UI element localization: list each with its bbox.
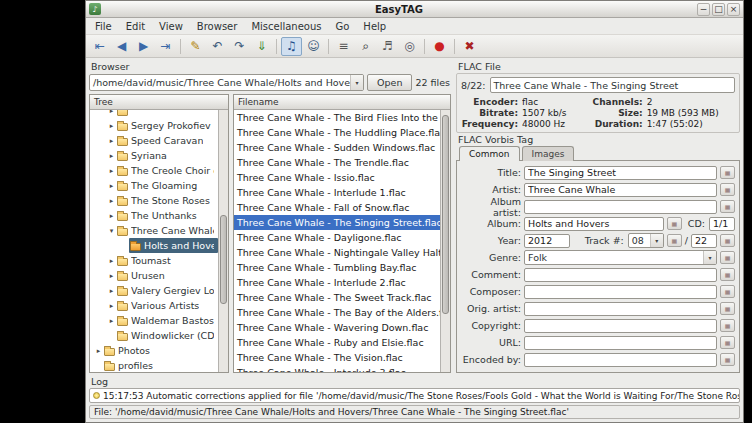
apply-to-files-icon[interactable]: ▦ (667, 234, 682, 247)
tree-item[interactable]: profiles (90, 358, 218, 372)
expand-icon[interactable]: ▸ (107, 272, 116, 280)
chevron-down-icon[interactable]: ▾ (703, 251, 716, 264)
genre-combobox[interactable]: Folk ▾ (524, 250, 717, 265)
file-list-item[interactable]: Three Cane Whale - Nightingale Valley Ha… (234, 245, 440, 260)
file-list-item[interactable]: Three Cane Whale - Issio.flac (234, 170, 440, 185)
tree-item[interactable]: ▸The Creole Choir of Cuba (90, 163, 218, 178)
tree-item[interactable]: ▸The Unthanks (90, 208, 218, 223)
menu-view[interactable]: View (152, 20, 190, 33)
minimize-button[interactable]: − (697, 3, 710, 16)
encoded-by-input[interactable] (524, 353, 717, 367)
url-input[interactable] (524, 336, 717, 350)
filename-column-header[interactable]: Filename (234, 95, 450, 110)
tree-item[interactable]: Holts and Hovers (90, 238, 218, 253)
file-list-item[interactable]: Three Cane Whale - The Bay of the Alders… (234, 305, 440, 320)
expand-icon[interactable]: ▸ (107, 152, 116, 160)
expand-icon[interactable]: ▸ (107, 287, 116, 295)
file-list-item[interactable]: Three Cane Whale - Fall of Snow.flac (234, 200, 440, 215)
file-list-item[interactable]: Three Cane Whale - Tumbling Bay.flac (234, 260, 440, 275)
save-files-button[interactable]: ⇓ (251, 37, 272, 56)
scrollbar-thumb[interactable] (442, 115, 449, 314)
apply-to-files-icon[interactable]: ▦ (720, 285, 735, 298)
file-list-item[interactable]: Three Cane Whale - The Singing Street.fl… (234, 215, 440, 230)
tree-item[interactable]: ▸Urusen (90, 268, 218, 283)
copyright-input[interactable] (524, 319, 717, 333)
filename-entry[interactable]: Three Cane Whale - The Singing Street (490, 77, 735, 93)
titlebar[interactable]: ♪ EasyTAG − □ × (86, 1, 743, 18)
scan-files-button[interactable]: ✎ (185, 37, 206, 56)
menu-browser[interactable]: Browser (190, 20, 245, 33)
tree-scrollbar[interactable] (218, 110, 228, 372)
apply-to-files-icon[interactable]: ▦ (720, 302, 735, 315)
undo-button[interactable]: ↶ (207, 37, 228, 56)
playlist-button[interactable]: ♬ (377, 37, 398, 56)
apply-to-files-icon[interactable]: ▦ (720, 353, 735, 366)
artist-input[interactable] (524, 183, 717, 197)
tab-images[interactable]: Images (522, 146, 575, 161)
tree-item[interactable]: ▸Sergey Prokofiev (90, 118, 218, 133)
expand-icon[interactable]: ▸ (107, 212, 116, 220)
menu-go[interactable]: Go (328, 20, 356, 33)
scrollbar-thumb[interactable] (220, 215, 227, 304)
maximize-button[interactable]: □ (712, 3, 725, 16)
collapse-icon[interactable]: ▾ (107, 227, 116, 235)
tree-item[interactable]: ▸Speed Caravan (90, 133, 218, 148)
artist-album-view-toggle[interactable]: ☺ (303, 37, 324, 56)
go-next-button[interactable]: ▶ (133, 37, 154, 56)
go-previous-button[interactable]: ◀ (111, 37, 132, 56)
expand-icon[interactable]: ▸ (107, 137, 116, 145)
log-toggle-button[interactable]: ≡ (333, 37, 354, 56)
apply-to-files-icon[interactable]: ▦ (720, 251, 735, 264)
file-list-item[interactable]: Three Cane Whale - Interlude 1.flac (234, 185, 440, 200)
file-list-item[interactable]: Three Cane Whale - The Vision.flac (234, 350, 440, 365)
title-input[interactable] (524, 166, 717, 180)
apply-to-files-icon[interactable]: ▦ (720, 319, 735, 332)
file-view-toggle[interactable]: ♫ (281, 37, 302, 56)
menu-edit[interactable]: Edit (119, 20, 152, 33)
file-list-item[interactable]: Three Cane Whale - Ruby and Elsie.flac (234, 335, 440, 350)
expand-icon[interactable]: ▸ (94, 347, 103, 355)
tree-item[interactable]: ▸The Stone Roses (90, 193, 218, 208)
expand-icon[interactable]: ▸ (107, 197, 116, 205)
redo-button[interactable]: ↷ (229, 37, 250, 56)
chevron-down-icon[interactable]: ▾ (650, 234, 663, 247)
apply-to-files-icon[interactable]: ▦ (720, 166, 735, 179)
cd-input[interactable] (709, 217, 735, 231)
composer-input[interactable] (524, 285, 717, 299)
album-artist-input[interactable] (524, 200, 717, 214)
file-list-item[interactable]: Three Cane Whale - Sudden Windows.flac (234, 140, 440, 155)
tree-item[interactable]: ▸The Gloaming (90, 178, 218, 193)
file-list-item[interactable]: Three Cane Whale - Interlude 3.flac (234, 365, 440, 372)
expand-icon[interactable]: ▸ (107, 182, 116, 190)
search-button[interactable]: ⌕ (355, 37, 376, 56)
track-total-input[interactable] (691, 234, 717, 248)
expand-icon[interactable]: ▸ (107, 110, 116, 115)
file-list-item[interactable]: Three Cane Whale - The Bird Flies Into t… (234, 110, 440, 125)
expand-icon[interactable]: ▸ (107, 317, 116, 325)
apply-to-files-icon[interactable]: ▦ (720, 234, 735, 247)
log-entry[interactable]: 15:17:53 Automatic corrections applied f… (89, 388, 740, 403)
chevron-down-icon[interactable]: ▾ (350, 75, 363, 90)
tree-item[interactable]: ▸Valery Gergiev London Symp (90, 283, 218, 298)
expand-icon[interactable]: ▸ (107, 122, 116, 130)
file-list-item[interactable]: Three Cane Whale - Dayligone.flac (234, 230, 440, 245)
apply-to-files-icon[interactable]: ▦ (720, 268, 735, 281)
close-button[interactable]: × (727, 3, 740, 16)
file-list-item[interactable]: Three Cane Whale - The Trendle.flac (234, 155, 440, 170)
tree-item[interactable]: ▾Three Cane Whale (90, 223, 218, 238)
menu-help[interactable]: Help (356, 20, 393, 33)
album-input[interactable] (524, 217, 664, 231)
menu-file[interactable]: File (88, 20, 119, 33)
tree-item[interactable]: ▸Waldemar Bastos (90, 313, 218, 328)
tree-item[interactable]: Windowlicker (CD Single) (90, 328, 218, 343)
tree-item[interactable]: ▸Toumast (90, 253, 218, 268)
tree-column-header[interactable]: Tree (90, 95, 228, 110)
file-list-item[interactable]: Three Cane Whale - Interlude 2.flac (234, 275, 440, 290)
go-first-button[interactable]: ⇤ (89, 37, 110, 56)
file-scrollbar[interactable] (440, 110, 450, 372)
menu-miscellaneous[interactable]: Miscellaneous (244, 20, 328, 33)
tree-item[interactable]: ▸Photos (90, 343, 218, 358)
file-list-item[interactable]: Three Cane Whale - Wavering Down.flac (234, 320, 440, 335)
tab-common[interactable]: Common (459, 146, 520, 161)
apply-to-files-icon[interactable]: ▦ (720, 183, 735, 196)
